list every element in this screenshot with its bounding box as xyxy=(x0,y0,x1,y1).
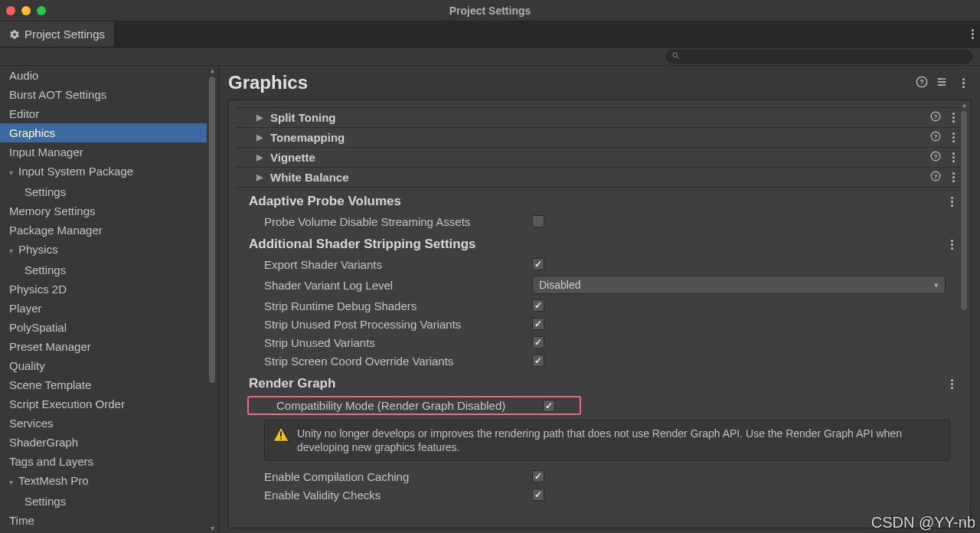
sidebar-item-label: Player xyxy=(9,302,42,315)
section-shader-stripping: Additional Shader Stripping Settings xyxy=(235,231,964,255)
sidebar-item-memory-settings[interactable]: Memory Settings xyxy=(0,201,207,221)
checkbox-compat-mode[interactable] xyxy=(543,400,555,412)
checkbox-strip-screen-coord[interactable] xyxy=(532,355,544,367)
sidebar-item-timeline[interactable]: Timeline xyxy=(0,530,207,533)
tabbar-menu-button[interactable] xyxy=(965,21,980,47)
sidebar-item-tags-and-layers[interactable]: Tags and Layers xyxy=(0,452,207,471)
sidebar-item-graphics[interactable]: Graphics xyxy=(0,123,207,142)
sidebar-item-label: Tags and Layers xyxy=(9,455,93,468)
sidebar-item-scene-template[interactable]: Scene Template xyxy=(0,375,207,394)
sidebar-item-physics[interactable]: ▾Physics xyxy=(0,240,207,260)
scrollbar-thumb[interactable] xyxy=(209,77,215,383)
section-render-graph: Render Graph xyxy=(235,370,964,394)
close-window-button[interactable] xyxy=(6,6,15,15)
chevron-right-icon: ▶ xyxy=(256,172,266,182)
checkbox-probe-disable-streaming[interactable] xyxy=(532,215,544,227)
preset-icon[interactable] xyxy=(936,76,948,90)
sidebar-item-input-system-package[interactable]: ▾Input System Package xyxy=(0,162,207,182)
help-icon[interactable]: ? xyxy=(930,151,941,164)
field-label: Strip Unused Variants xyxy=(264,336,532,349)
field-export-shader-variants: Export Shader Variants xyxy=(235,255,964,273)
sidebar-item-quality[interactable]: Quality xyxy=(0,356,207,375)
sidebar-scrollbar[interactable]: ▴ ▾ xyxy=(207,66,217,533)
checkbox-enable-compilation-caching[interactable] xyxy=(532,470,544,482)
section-menu-button[interactable] xyxy=(944,240,959,250)
svg-rect-16 xyxy=(280,431,282,436)
scroll-down-icon[interactable]: ▾ xyxy=(959,518,969,528)
sidebar-item-time[interactable]: Time xyxy=(0,511,207,530)
sidebar-item-label: Quality xyxy=(9,359,45,372)
section-menu-button[interactable] xyxy=(944,197,959,207)
settings-panel: ▶Split Toning?▶Tonemapping?▶Vignette?▶Wh… xyxy=(228,100,971,528)
sidebar-item-label: Editor xyxy=(9,107,39,120)
section-menu-button[interactable] xyxy=(944,379,959,389)
checkbox-export-variants[interactable] xyxy=(532,258,544,270)
sidebar-item-textmesh-pro[interactable]: ▾TextMesh Pro xyxy=(0,471,207,492)
sidebar-item-polyspatial[interactable]: PolySpatial xyxy=(0,318,207,337)
foldout-menu-button[interactable] xyxy=(946,113,961,123)
sidebar-item-package-manager[interactable]: Package Manager xyxy=(0,221,207,240)
field-shader-log-level: Shader Variant Log Level Disabled ▾ xyxy=(235,273,964,296)
sidebar-item-burst-aot-settings[interactable]: Burst AOT Settings xyxy=(0,85,207,104)
foldout-vignette[interactable]: ▶Vignette? xyxy=(235,148,964,168)
help-icon[interactable]: ? xyxy=(930,171,941,184)
tab-project-settings[interactable]: Project Settings xyxy=(0,21,115,47)
field-label: Strip Screen Coord Override Variants xyxy=(264,355,532,368)
dropdown-shader-log-level[interactable]: Disabled ▾ xyxy=(532,276,946,294)
sidebar-item-player[interactable]: Player xyxy=(0,299,207,318)
foldout-split-toning[interactable]: ▶Split Toning? xyxy=(235,108,964,128)
sidebar-item-settings[interactable]: Settings xyxy=(0,182,207,201)
warning-icon xyxy=(273,427,289,442)
svg-point-0 xyxy=(673,52,678,57)
scroll-up-icon[interactable]: ▴ xyxy=(959,100,969,110)
search-input[interactable] xyxy=(666,50,972,64)
settings-content: Graphics ? ▶Split Toning?▶Tonemapping?▶V… xyxy=(219,66,980,533)
sidebar-item-label: Graphics xyxy=(9,126,55,139)
foldout-tonemapping[interactable]: ▶Tonemapping? xyxy=(235,128,964,148)
scrollbar-thumb[interactable] xyxy=(961,111,967,310)
foldout-menu-button[interactable] xyxy=(946,132,961,142)
sidebar-item-label: Preset Manager xyxy=(9,340,91,353)
help-icon[interactable]: ? xyxy=(930,111,941,124)
help-icon[interactable]: ? xyxy=(930,131,941,144)
sidebar-item-audio[interactable]: Audio xyxy=(0,66,207,85)
field-enable-compilation-caching: Enable Compilation Caching xyxy=(235,467,964,486)
chevron-right-icon: ▶ xyxy=(256,113,266,123)
foldout-menu-button[interactable] xyxy=(946,152,961,162)
maximize-window-button[interactable] xyxy=(37,6,46,15)
scroll-down-icon[interactable]: ▾ xyxy=(207,524,217,533)
sidebar-item-label: Settings xyxy=(24,263,66,276)
content-menu-button[interactable] xyxy=(956,78,971,88)
sidebar-item-editor[interactable]: Editor xyxy=(0,104,207,123)
sidebar-item-label: Package Manager xyxy=(9,224,103,237)
field-label: Enable Validity Checks xyxy=(264,489,532,502)
checkbox-strip-unused-pp[interactable] xyxy=(532,318,544,330)
chevron-right-icon: ▶ xyxy=(256,152,266,162)
checkbox-strip-unused[interactable] xyxy=(532,336,544,348)
expand-icon: ▾ xyxy=(9,474,17,490)
sidebar-item-settings[interactable]: Settings xyxy=(0,260,207,280)
sidebar-item-label: PolySpatial xyxy=(9,321,67,334)
sidebar-item-label: Time xyxy=(9,514,34,527)
sidebar-item-script-execution-order[interactable]: Script Execution Order xyxy=(0,394,207,414)
scroll-up-icon[interactable]: ▴ xyxy=(207,66,217,75)
sidebar-item-preset-manager[interactable]: Preset Manager xyxy=(0,337,207,356)
sidebar-item-shadergraph[interactable]: ShaderGraph xyxy=(0,433,207,452)
svg-text:?: ? xyxy=(934,153,938,160)
sidebar-item-label: Input Manager xyxy=(9,146,83,159)
foldout-label: White Balance xyxy=(270,171,349,184)
checkbox-strip-runtime-debug[interactable] xyxy=(532,299,544,312)
foldout-menu-button[interactable] xyxy=(946,172,961,182)
help-icon[interactable]: ? xyxy=(916,76,928,90)
sidebar-item-settings[interactable]: Settings xyxy=(0,492,207,511)
sidebar-item-label: Services xyxy=(9,417,54,430)
foldout-white-balance[interactable]: ▶White Balance? xyxy=(235,168,964,188)
panel-scrollbar[interactable]: ▴ ▾ xyxy=(959,100,969,528)
cutoff-row xyxy=(235,100,964,108)
checkbox-enable-validity-checks[interactable] xyxy=(532,489,544,501)
minimize-window-button[interactable] xyxy=(21,6,31,15)
sidebar-item-physics-2d[interactable]: Physics 2D xyxy=(0,280,207,299)
sidebar-item-input-manager[interactable]: Input Manager xyxy=(0,142,207,162)
sidebar-item-services[interactable]: Services xyxy=(0,414,207,433)
search-icon xyxy=(671,51,680,62)
